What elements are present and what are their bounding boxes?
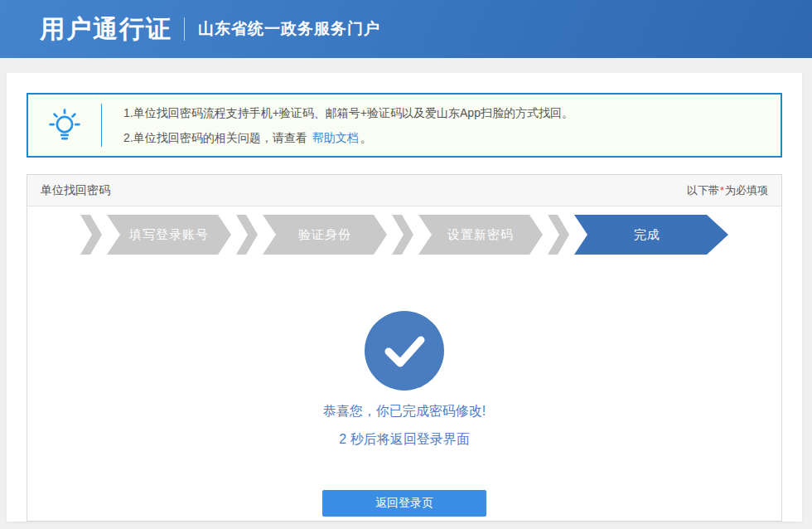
panel-header: 单位找回密码 以下带*为必填项 <box>27 175 781 206</box>
required-note: 以下带*为必填项 <box>687 183 768 198</box>
notice-line-1: 1.单位找回密码流程支持手机+验证码、邮箱号+验证码以及爱山东App扫脸的方式找… <box>123 100 573 125</box>
success-message: 恭喜您，你已完成密码修改! <box>27 402 781 420</box>
panel-body: 填写登录账号 验证身份 设置新密码 完成 恭喜您，你已完成密码修改! 2 秒后将… <box>27 215 781 517</box>
portal-subtitle: 山东省统一政务服务门户 <box>198 18 380 40</box>
step-arrow-icon <box>236 215 258 255</box>
check-circle-icon <box>27 311 781 391</box>
required-asterisk: * <box>719 184 725 197</box>
step-fill-account: 填写登录账号 <box>107 215 231 255</box>
help-doc-link[interactable]: 帮助文档 <box>312 131 359 144</box>
notice-line-2: 2.单位找回密码的相关问题，请查看帮助文档。 <box>123 125 573 150</box>
step-verify-identity: 验证身份 <box>263 215 387 255</box>
panel-title: 单位找回密码 <box>41 183 110 198</box>
password-recovery-panel: 单位找回密码 以下带*为必填项 填写登录账号 验证身份 设置新密码 完成 <box>27 174 782 522</box>
result-section: 恭喜您，你已完成密码修改! 2 秒后将返回登录界面 返回登录页 <box>27 311 781 517</box>
step-set-password: 设置新密码 <box>418 215 543 255</box>
portal-title: 用户通行证 <box>40 12 172 46</box>
step-complete: 完成 <box>574 215 728 255</box>
notice-box: 1.单位找回密码流程支持手机+验证码、邮箱号+验证码以及爱山东App扫脸的方式找… <box>27 93 782 158</box>
app-header: 用户通行证 山东省统一政务服务门户 <box>0 0 812 58</box>
title-divider <box>184 17 185 41</box>
main-card: 1.单位找回密码流程支持手机+验证码、邮箱号+验证码以及爱山东App扫脸的方式找… <box>7 73 802 522</box>
step-arrow-icon <box>392 215 413 255</box>
lightbulb-icon <box>28 106 101 144</box>
step-wizard: 填写登录账号 验证身份 设置新密码 完成 <box>80 215 728 255</box>
back-to-login-button[interactable]: 返回登录页 <box>322 490 486 517</box>
step-arrow-icon <box>548 215 569 255</box>
redirect-countdown: 2 秒后将返回登录界面 <box>27 430 781 449</box>
notice-text: 1.单位找回密码流程支持手机+验证码、邮箱号+验证码以及爱山东App扫脸的方式找… <box>102 100 573 150</box>
step-arrow-icon <box>80 215 102 255</box>
